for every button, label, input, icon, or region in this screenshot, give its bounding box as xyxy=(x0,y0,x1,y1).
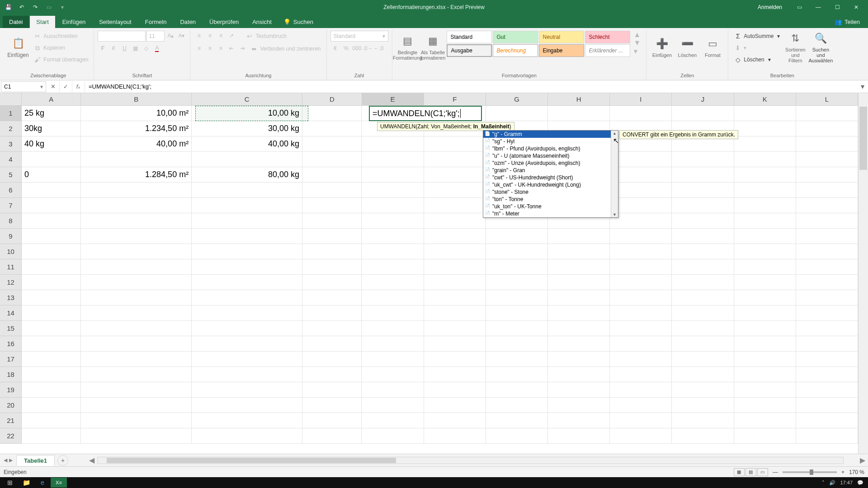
cell[interactable] xyxy=(81,213,192,229)
view-page-layout-icon[interactable]: ▤ xyxy=(745,468,756,476)
qat-more-icon[interactable]: ▾ xyxy=(56,1,69,14)
styles-scroll-up-icon[interactable]: ▲ xyxy=(634,31,641,39)
cell[interactable] xyxy=(672,382,734,398)
cell[interactable] xyxy=(424,428,486,444)
style-standard[interactable]: Standard xyxy=(447,31,492,43)
tab-layout[interactable]: Seitenlayout xyxy=(93,16,138,28)
thousands-icon[interactable]: 000 xyxy=(352,43,362,53)
style-neutral[interactable]: Neutral xyxy=(539,31,584,43)
cell[interactable] xyxy=(362,259,424,275)
cell[interactable] xyxy=(548,229,610,244)
cell[interactable] xyxy=(424,213,486,229)
cell[interactable]: 25 kg xyxy=(22,106,81,121)
cell[interactable] xyxy=(734,367,796,382)
cell[interactable] xyxy=(672,367,734,382)
cell[interactable] xyxy=(734,259,796,275)
cell[interactable] xyxy=(362,413,424,428)
cell[interactable] xyxy=(610,106,672,121)
delete-cells-button[interactable]: ➖Löschen xyxy=(675,31,699,63)
cell[interactable] xyxy=(796,398,858,413)
cell[interactable] xyxy=(610,428,672,444)
cell[interactable] xyxy=(22,382,81,398)
cell[interactable] xyxy=(672,106,734,121)
sheet-nav-last-icon[interactable]: ▶ xyxy=(9,457,13,463)
cell[interactable] xyxy=(796,167,858,183)
number-format-combo[interactable]: Standard▾ xyxy=(330,31,388,42)
autocomplete-item[interactable]: "g" - Gramm xyxy=(483,131,618,138)
edge-icon[interactable]: e xyxy=(34,478,51,488)
column-header[interactable]: I xyxy=(610,93,672,106)
cell[interactable] xyxy=(22,305,81,321)
cell[interactable] xyxy=(610,213,672,229)
cell[interactable]: 10,00 m² xyxy=(81,106,192,121)
redo-icon[interactable]: ↷ xyxy=(29,1,42,14)
cell[interactable] xyxy=(734,321,796,336)
tab-formulas[interactable]: Formeln xyxy=(139,16,173,28)
scrollbar-thumb[interactable] xyxy=(859,107,867,170)
outdent-icon[interactable]: ⇤ xyxy=(226,43,236,53)
cell[interactable] xyxy=(302,198,362,213)
row-header[interactable]: 15 xyxy=(0,321,22,336)
cell[interactable] xyxy=(610,152,672,167)
cell[interactable]: 30kg xyxy=(22,121,81,136)
cell[interactable] xyxy=(192,336,302,352)
cell[interactable] xyxy=(548,244,610,259)
cell[interactable] xyxy=(672,259,734,275)
autocomplete-item[interactable]: "grain" - Gran xyxy=(483,167,618,174)
column-header[interactable]: B xyxy=(81,93,192,106)
cell[interactable] xyxy=(81,183,192,198)
row-header[interactable]: 1 xyxy=(0,106,22,121)
tray-expand-icon[interactable]: ˄ xyxy=(822,480,825,486)
row-header[interactable]: 8 xyxy=(0,213,22,229)
cells-area[interactable]: 25 kg10,00 m²10,00 kg30kg1.234,50 m²30,0… xyxy=(22,106,858,458)
cell[interactable] xyxy=(796,213,858,229)
row-header[interactable]: 20 xyxy=(0,398,22,413)
cell[interactable] xyxy=(548,413,610,428)
cell[interactable] xyxy=(81,259,192,275)
hscroll-right-icon[interactable]: ▶ xyxy=(857,456,868,465)
cell[interactable] xyxy=(302,367,362,382)
cell[interactable] xyxy=(362,321,424,336)
cell[interactable] xyxy=(424,290,486,305)
cell[interactable] xyxy=(796,198,858,213)
cell[interactable] xyxy=(796,106,858,121)
cell[interactable] xyxy=(81,198,192,213)
cell[interactable] xyxy=(81,428,192,444)
cell[interactable] xyxy=(796,136,858,152)
cell[interactable] xyxy=(486,367,548,382)
cell[interactable] xyxy=(796,229,858,244)
minimize-icon[interactable]: — xyxy=(809,1,827,14)
cell[interactable] xyxy=(424,336,486,352)
cell[interactable] xyxy=(796,336,858,352)
cell[interactable] xyxy=(734,336,796,352)
cell[interactable] xyxy=(486,321,548,336)
cell[interactable] xyxy=(796,428,858,444)
cell[interactable] xyxy=(796,367,858,382)
cell[interactable] xyxy=(796,275,858,290)
cell[interactable] xyxy=(362,213,424,229)
cell[interactable] xyxy=(362,367,424,382)
cell[interactable] xyxy=(672,198,734,213)
cell[interactable] xyxy=(362,136,424,152)
style-explain[interactable]: Erklärender ... xyxy=(585,44,630,57)
cell[interactable] xyxy=(362,290,424,305)
orientation-icon[interactable]: ↗ xyxy=(226,31,236,41)
cell[interactable] xyxy=(486,413,548,428)
font-size-combo[interactable]: 11 xyxy=(146,31,165,42)
cell[interactable] xyxy=(672,167,734,183)
cell[interactable] xyxy=(22,413,81,428)
cell[interactable] xyxy=(610,398,672,413)
cell[interactable] xyxy=(192,290,302,305)
cell[interactable] xyxy=(672,352,734,367)
cell[interactable] xyxy=(302,106,362,121)
cell[interactable] xyxy=(734,290,796,305)
cell[interactable] xyxy=(302,229,362,244)
cell[interactable] xyxy=(192,198,302,213)
cell[interactable] xyxy=(734,275,796,290)
volume-icon[interactable]: 🔊 xyxy=(829,480,835,486)
cell[interactable] xyxy=(548,428,610,444)
maximize-icon[interactable]: ☐ xyxy=(828,1,846,14)
column-header[interactable]: C xyxy=(192,93,302,106)
cell[interactable] xyxy=(734,382,796,398)
cell[interactable] xyxy=(362,382,424,398)
